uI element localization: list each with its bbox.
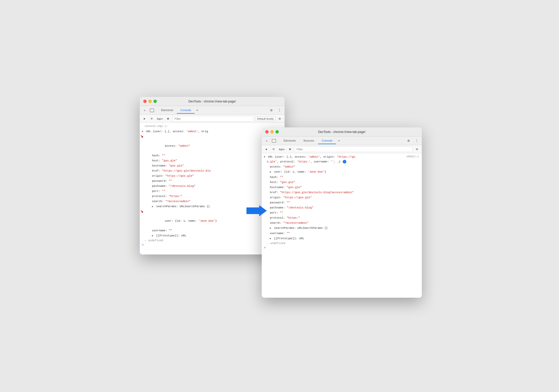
right-username-line: username: ""	[262, 231, 422, 236]
right-pathname-line: pathname: "/devtools-blog"	[262, 205, 422, 210]
maximize-button[interactable]	[153, 100, 157, 103]
right-tab-icons: ↖	[264, 138, 277, 144]
right-chevron-down-icon	[283, 148, 285, 151]
right-settings-icon-toolbar[interactable]: ⚙	[414, 146, 420, 152]
filter-input[interactable]	[172, 116, 254, 122]
tab-more-icon[interactable]: »	[195, 108, 200, 112]
right-top-dropdown[interactable]: top	[278, 147, 286, 151]
settings-icon-toolbar[interactable]: ⚙	[277, 116, 283, 122]
searchparams-expand[interactable]	[152, 204, 154, 209]
top-label: top	[157, 117, 161, 120]
right-tab-elements[interactable]: Elements	[280, 138, 299, 144]
right-host-line: host: "goo.gle"	[262, 180, 422, 185]
left-tab-icons: ↖	[142, 107, 155, 113]
right-tab-sources[interactable]: Sources	[300, 138, 318, 144]
prototype-expand[interactable]	[152, 233, 154, 238]
right-cursor-icon[interactable]: ↖	[264, 138, 270, 144]
right-hash-line: hash: ""	[262, 175, 422, 180]
left-tab-bar: ↖ Elements Console »	[140, 106, 285, 115]
right-user-line[interactable]: user: {id: 1, name: 'Jane Doe'}	[262, 169, 422, 175]
right-close-button[interactable]	[265, 130, 269, 133]
right-prototype-expand[interactable]	[270, 236, 272, 241]
right-prototype-line[interactable]: [[Prototype]]: URL	[262, 236, 422, 241]
settings-icon[interactable]	[268, 107, 274, 113]
right-tab-bar: ↖ Elements Sources Console » ⚙ ⋮	[262, 137, 422, 145]
url-expand-arrow[interactable]	[142, 129, 144, 134]
right-window-controls	[265, 130, 279, 133]
right-play-icon[interactable]: ▶	[264, 146, 269, 152]
right-more-options-icon[interactable]: ⋮	[414, 138, 420, 144]
right-href-line: href: "https://goo.gle/devtools-blog?acc…	[262, 190, 422, 195]
left-toolbar: ▶ ⊘ top ◉ Default levels ⚙	[140, 115, 285, 123]
scene: DevTools - chrome://new-tab-page/ ↖ Elem…	[140, 97, 419, 295]
right-password-line: password: ""	[262, 200, 422, 205]
right-hostname-line: hostname: "goo.gle"	[262, 185, 422, 190]
chevron-down-icon	[161, 117, 163, 120]
default-levels-dropdown[interactable]: Default levels	[255, 116, 275, 121]
right-filter-input[interactable]	[294, 146, 413, 152]
right-eye-icon[interactable]: ◉	[287, 146, 293, 152]
right-settings-icon[interactable]: ⚙	[406, 138, 412, 144]
blue-arrow	[246, 204, 267, 218]
right-searchparams-expand[interactable]	[270, 226, 272, 231]
eye-icon[interactable]: ◉	[165, 116, 171, 122]
right-tab-bar-right: ⚙ ⋮	[406, 138, 420, 144]
left-window-title: DevTools - chrome://new-tab-page/	[189, 100, 236, 103]
right-minimize-button[interactable]	[270, 130, 274, 133]
right-console-prompt[interactable]: >	[262, 245, 422, 250]
left-window-controls	[143, 100, 157, 103]
red-arrow-2: ↘	[140, 209, 143, 214]
tab-elements[interactable]: Elements	[158, 107, 177, 114]
tab-console[interactable]: Console	[177, 107, 195, 114]
left-tab-bar-right	[268, 107, 283, 113]
svg-marker-0	[246, 205, 267, 216]
right-title-bar: DevTools - chrome://new-tab-page/	[262, 127, 422, 137]
right-devtools-window: DevTools - chrome://new-tab-page/ ↖ Elem…	[262, 127, 422, 298]
block-icon[interactable]: ⊘	[149, 116, 154, 122]
minimize-button[interactable]	[148, 100, 152, 103]
close-button[interactable]	[143, 100, 147, 103]
right-tab-console[interactable]: Console	[318, 138, 336, 144]
right-block-icon[interactable]: ⊘	[271, 146, 276, 152]
right-maximize-button[interactable]	[275, 130, 279, 133]
right-toolbar: ▶ ⊘ top ◉ ⚙	[262, 145, 422, 153]
right-protocol-line: protocol: "https:"	[262, 215, 422, 220]
right-user-expand[interactable]	[270, 170, 272, 174]
red-arrow-1: ↘	[140, 134, 143, 139]
right-url-expand-arrow[interactable]	[264, 155, 266, 159]
left-title-bar: DevTools - chrome://new-tab-page/	[140, 97, 285, 106]
right-undefined-line: ← undefined	[262, 241, 422, 245]
info-badge: i	[343, 160, 346, 163]
right-device-icon[interactable]	[271, 138, 277, 144]
right-access-line: access: "admin"	[262, 164, 422, 169]
play-icon[interactable]: ▶	[142, 116, 147, 122]
cursor-icon[interactable]: ↖	[142, 107, 148, 113]
right-url-line[interactable]: VM4817:1 URL {user: {…}, access: 'admin'…	[262, 154, 422, 164]
right-search-line: search: "?access=admin"	[262, 220, 422, 225]
right-searchparams-line[interactable]: searchParams: URLSearchParams {}	[262, 225, 422, 231]
device-icon[interactable]	[149, 107, 155, 113]
vm-badge: VM4817:1	[407, 155, 419, 159]
right-origin-line: origin: "https://goo.gle"	[262, 195, 422, 200]
right-tab-more-icon[interactable]: »	[336, 139, 341, 143]
right-window-title: DevTools - chrome://new-tab-page/	[318, 130, 366, 134]
top-dropdown[interactable]: top	[156, 117, 164, 121]
right-top-label: top	[279, 148, 283, 151]
right-console-content: VM4817:1 URL {user: {…}, access: 'admin'…	[262, 153, 422, 298]
right-port-line: port: ""	[262, 210, 422, 215]
more-options-icon[interactable]	[276, 107, 283, 113]
